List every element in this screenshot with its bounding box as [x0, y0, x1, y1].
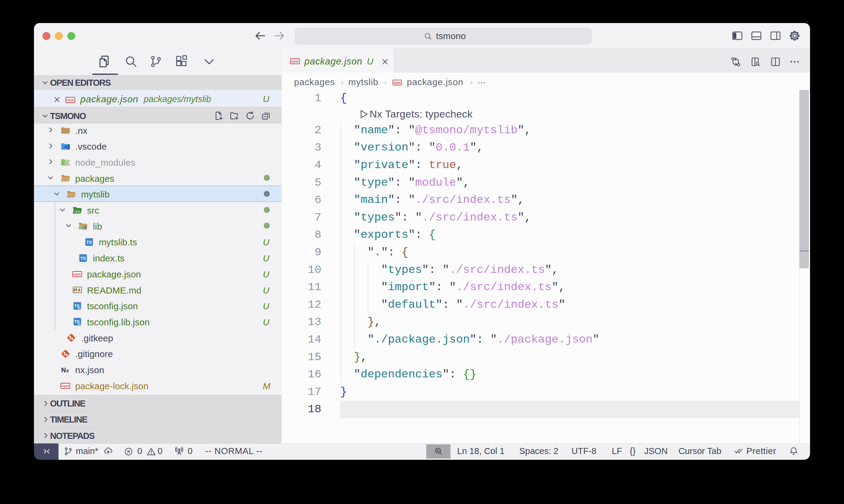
svg-text:npm: npm — [394, 81, 401, 85]
svg-text:npm: npm — [67, 98, 74, 102]
svg-text:TS: TS — [86, 240, 92, 245]
svg-text:N: N — [61, 366, 66, 374]
svg-text:JS: JS — [66, 161, 69, 164]
svg-text:npm: npm — [291, 59, 299, 63]
svg-text:x: x — [66, 367, 69, 373]
svg-text:TS: TS — [80, 256, 86, 261]
svg-text:npm: npm — [62, 384, 69, 388]
svg-text:npm: npm — [74, 272, 81, 276]
